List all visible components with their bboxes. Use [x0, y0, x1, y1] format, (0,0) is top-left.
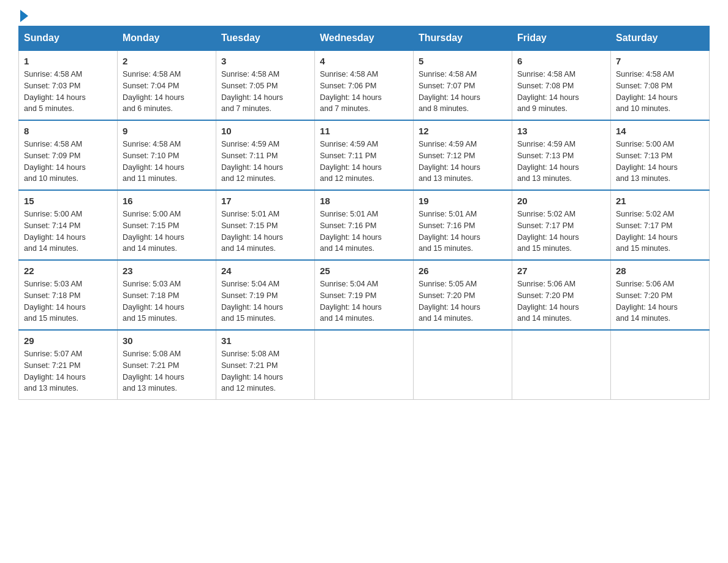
day-header-tuesday: Tuesday [216, 26, 315, 51]
day-info: Sunrise: 4:59 AMSunset: 7:11 PMDaylight:… [221, 139, 309, 185]
calendar-week-1: 1Sunrise: 4:58 AMSunset: 7:03 PMDaylight… [19, 50, 710, 120]
calendar-cell: 16Sunrise: 5:00 AMSunset: 7:15 PMDayligh… [118, 190, 216, 260]
calendar-cell: 30Sunrise: 5:08 AMSunset: 7:21 PMDayligh… [118, 330, 216, 400]
calendar-cell: 25Sunrise: 5:04 AMSunset: 7:19 PMDayligh… [315, 260, 414, 330]
calendar-cell: 1Sunrise: 4:58 AMSunset: 7:03 PMDaylight… [19, 50, 118, 120]
day-info: Sunrise: 5:08 AMSunset: 7:21 PMDaylight:… [221, 348, 309, 394]
calendar-cell: 14Sunrise: 5:00 AMSunset: 7:13 PMDayligh… [611, 120, 710, 190]
calendar-cell: 12Sunrise: 4:59 AMSunset: 7:12 PMDayligh… [414, 120, 512, 190]
day-info: Sunrise: 5:04 AMSunset: 7:19 PMDaylight:… [320, 278, 408, 324]
day-number: 1 [24, 56, 112, 66]
calendar-week-4: 22Sunrise: 5:03 AMSunset: 7:18 PMDayligh… [19, 260, 710, 330]
calendar-cell: 11Sunrise: 4:59 AMSunset: 7:11 PMDayligh… [315, 120, 414, 190]
day-info: Sunrise: 5:01 AMSunset: 7:16 PMDaylight:… [419, 209, 507, 255]
day-number: 20 [517, 196, 605, 206]
day-number: 4 [320, 56, 408, 66]
calendar-header-row: SundayMondayTuesdayWednesdayThursdayFrid… [19, 26, 710, 51]
day-number: 22 [24, 266, 112, 276]
day-number: 9 [123, 126, 211, 136]
day-header-wednesday: Wednesday [315, 26, 414, 51]
calendar-cell: 22Sunrise: 5:03 AMSunset: 7:18 PMDayligh… [19, 260, 118, 330]
calendar-cell: 27Sunrise: 5:06 AMSunset: 7:20 PMDayligh… [512, 260, 611, 330]
calendar-cell: 18Sunrise: 5:01 AMSunset: 7:16 PMDayligh… [315, 190, 414, 260]
calendar-cell: 26Sunrise: 5:05 AMSunset: 7:20 PMDayligh… [414, 260, 512, 330]
day-info: Sunrise: 4:59 AMSunset: 7:12 PMDaylight:… [419, 139, 507, 185]
day-number: 29 [24, 335, 112, 346]
calendar-cell: 19Sunrise: 5:01 AMSunset: 7:16 PMDayligh… [414, 190, 512, 260]
day-info: Sunrise: 4:58 AMSunset: 7:09 PMDaylight:… [24, 139, 112, 185]
calendar-table: SundayMondayTuesdayWednesdayThursdayFrid… [18, 26, 710, 400]
day-info: Sunrise: 4:58 AMSunset: 7:06 PMDaylight:… [320, 69, 408, 115]
day-info: Sunrise: 5:02 AMSunset: 7:17 PMDaylight:… [616, 209, 704, 255]
logo-triangle-icon [20, 10, 28, 22]
calendar-cell [611, 330, 710, 400]
day-info: Sunrise: 5:07 AMSunset: 7:21 PMDaylight:… [24, 348, 112, 394]
day-info: Sunrise: 4:58 AMSunset: 7:03 PMDaylight:… [24, 69, 112, 115]
calendar-cell: 29Sunrise: 5:07 AMSunset: 7:21 PMDayligh… [19, 330, 118, 400]
calendar-cell: 6Sunrise: 4:58 AMSunset: 7:08 PMDaylight… [512, 50, 611, 120]
day-number: 2 [123, 56, 211, 66]
logo [18, 12, 28, 20]
calendar-cell: 21Sunrise: 5:02 AMSunset: 7:17 PMDayligh… [611, 190, 710, 260]
day-info: Sunrise: 4:59 AMSunset: 7:11 PMDaylight:… [320, 139, 408, 185]
calendar-cell [315, 330, 414, 400]
day-header-saturday: Saturday [611, 26, 710, 51]
day-number: 27 [517, 266, 605, 276]
day-info: Sunrise: 5:03 AMSunset: 7:18 PMDaylight:… [123, 278, 211, 324]
day-info: Sunrise: 5:06 AMSunset: 7:20 PMDaylight:… [517, 278, 605, 324]
day-info: Sunrise: 4:58 AMSunset: 7:05 PMDaylight:… [221, 69, 309, 115]
day-info: Sunrise: 4:59 AMSunset: 7:13 PMDaylight:… [517, 139, 605, 185]
calendar-cell: 9Sunrise: 4:58 AMSunset: 7:10 PMDaylight… [118, 120, 216, 190]
day-number: 26 [419, 266, 507, 276]
day-info: Sunrise: 5:01 AMSunset: 7:15 PMDaylight:… [221, 209, 309, 255]
day-number: 5 [419, 56, 507, 66]
calendar-cell: 15Sunrise: 5:00 AMSunset: 7:14 PMDayligh… [19, 190, 118, 260]
calendar-cell: 8Sunrise: 4:58 AMSunset: 7:09 PMDaylight… [19, 120, 118, 190]
calendar-cell: 10Sunrise: 4:59 AMSunset: 7:11 PMDayligh… [216, 120, 315, 190]
day-info: Sunrise: 5:02 AMSunset: 7:17 PMDaylight:… [517, 209, 605, 255]
day-header-thursday: Thursday [414, 26, 512, 51]
day-number: 16 [123, 196, 211, 206]
day-info: Sunrise: 5:00 AMSunset: 7:13 PMDaylight:… [616, 139, 704, 185]
day-info: Sunrise: 5:01 AMSunset: 7:16 PMDaylight:… [320, 209, 408, 255]
day-number: 21 [616, 196, 704, 206]
day-number: 17 [221, 196, 309, 206]
day-number: 25 [320, 266, 408, 276]
day-info: Sunrise: 4:58 AMSunset: 7:04 PMDaylight:… [123, 69, 211, 115]
day-number: 11 [320, 126, 408, 136]
calendar-cell: 31Sunrise: 5:08 AMSunset: 7:21 PMDayligh… [216, 330, 315, 400]
day-info: Sunrise: 5:06 AMSunset: 7:20 PMDaylight:… [616, 278, 704, 324]
day-number: 23 [123, 266, 211, 276]
day-info: Sunrise: 4:58 AMSunset: 7:10 PMDaylight:… [123, 139, 211, 185]
day-number: 31 [221, 335, 309, 346]
day-number: 24 [221, 266, 309, 276]
day-info: Sunrise: 5:03 AMSunset: 7:18 PMDaylight:… [24, 278, 112, 324]
day-number: 3 [221, 56, 309, 66]
calendar-cell [512, 330, 611, 400]
calendar-cell: 13Sunrise: 4:59 AMSunset: 7:13 PMDayligh… [512, 120, 611, 190]
page-header [18, 12, 710, 20]
calendar-cell: 28Sunrise: 5:06 AMSunset: 7:20 PMDayligh… [611, 260, 710, 330]
day-header-monday: Monday [118, 26, 216, 51]
calendar-cell: 2Sunrise: 4:58 AMSunset: 7:04 PMDaylight… [118, 50, 216, 120]
day-number: 15 [24, 196, 112, 206]
calendar-cell: 20Sunrise: 5:02 AMSunset: 7:17 PMDayligh… [512, 190, 611, 260]
calendar-cell: 7Sunrise: 4:58 AMSunset: 7:08 PMDaylight… [611, 50, 710, 120]
calendar-week-2: 8Sunrise: 4:58 AMSunset: 7:09 PMDaylight… [19, 120, 710, 190]
day-info: Sunrise: 4:58 AMSunset: 7:08 PMDaylight:… [517, 69, 605, 115]
day-header-friday: Friday [512, 26, 611, 51]
day-info: Sunrise: 5:05 AMSunset: 7:20 PMDaylight:… [419, 278, 507, 324]
calendar-week-3: 15Sunrise: 5:00 AMSunset: 7:14 PMDayligh… [19, 190, 710, 260]
day-number: 8 [24, 126, 112, 136]
calendar-cell [414, 330, 512, 400]
day-number: 13 [517, 126, 605, 136]
day-info: Sunrise: 4:58 AMSunset: 7:07 PMDaylight:… [419, 69, 507, 115]
day-info: Sunrise: 5:00 AMSunset: 7:14 PMDaylight:… [24, 209, 112, 255]
day-number: 7 [616, 56, 704, 66]
calendar-cell: 23Sunrise: 5:03 AMSunset: 7:18 PMDayligh… [118, 260, 216, 330]
calendar-week-5: 29Sunrise: 5:07 AMSunset: 7:21 PMDayligh… [19, 330, 710, 400]
day-info: Sunrise: 5:08 AMSunset: 7:21 PMDaylight:… [123, 348, 211, 394]
calendar-cell: 5Sunrise: 4:58 AMSunset: 7:07 PMDaylight… [414, 50, 512, 120]
day-header-sunday: Sunday [19, 26, 118, 51]
day-number: 14 [616, 126, 704, 136]
